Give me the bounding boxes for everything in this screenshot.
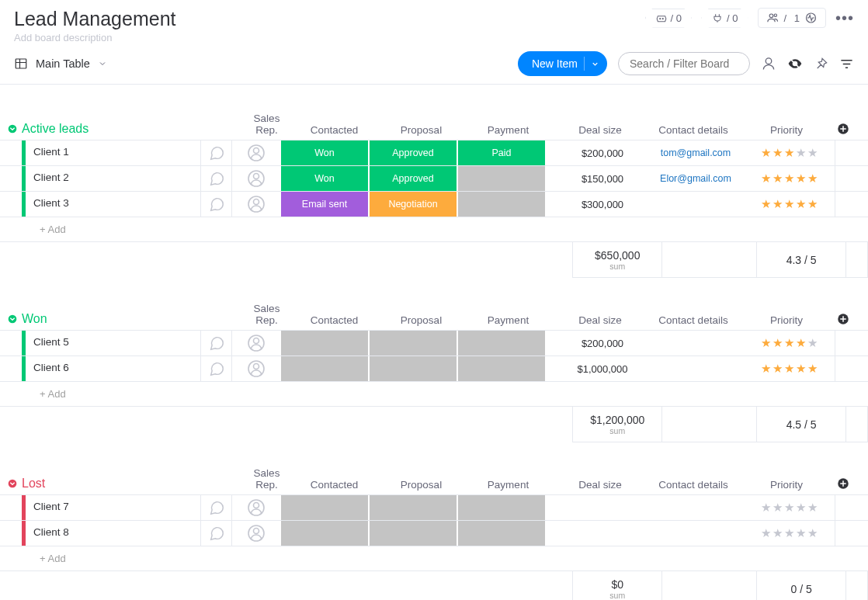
column-header-deal[interactable]: Deal size bbox=[554, 479, 646, 491]
status-proposal[interactable]: Negotiation bbox=[370, 192, 457, 217]
board-members[interactable]: / 1 bbox=[758, 8, 826, 28]
item-name[interactable]: Client 8 bbox=[26, 521, 200, 546]
column-header-contact[interactable]: Contact details bbox=[646, 314, 741, 326]
automations-badge[interactable]: / 0 bbox=[645, 9, 692, 28]
column-header-sales[interactable]: Sales Rep. bbox=[243, 467, 291, 491]
person-filter-icon[interactable] bbox=[761, 56, 776, 71]
deal-size-cell[interactable]: $200,000 bbox=[557, 140, 648, 165]
table-row[interactable]: Client 3 Email sent Negotiation $300,000… bbox=[0, 191, 868, 217]
status-contacted[interactable] bbox=[281, 495, 368, 520]
status-payment[interactable] bbox=[458, 331, 545, 355]
status-proposal[interactable]: Approved bbox=[370, 140, 457, 165]
collapse-icon[interactable] bbox=[6, 123, 19, 135]
priority-cell[interactable]: ★★★★★ bbox=[743, 495, 835, 520]
item-name[interactable]: Client 2 bbox=[26, 166, 200, 191]
add-column-button[interactable] bbox=[832, 122, 854, 136]
pin-icon[interactable] bbox=[814, 57, 828, 71]
sales-rep-cell[interactable] bbox=[231, 166, 279, 191]
deal-size-cell[interactable] bbox=[557, 495, 648, 520]
add-column-button[interactable] bbox=[832, 312, 854, 326]
new-item-button[interactable]: New Item bbox=[518, 51, 607, 76]
status-proposal[interactable] bbox=[370, 495, 457, 520]
status-proposal[interactable] bbox=[370, 331, 457, 355]
column-header-priority[interactable]: Priority bbox=[741, 479, 832, 491]
group-title[interactable]: Won bbox=[6, 312, 231, 326]
contact-cell[interactable]: tom@gmail.com bbox=[648, 140, 743, 165]
chevron-down-icon[interactable] bbox=[591, 60, 599, 68]
add-item-button[interactable]: + Add bbox=[26, 218, 80, 241]
deal-size-cell[interactable]: $150,000 bbox=[557, 166, 648, 191]
sales-rep-cell[interactable] bbox=[231, 356, 279, 381]
contact-cell[interactable] bbox=[648, 521, 743, 546]
status-payment[interactable] bbox=[458, 495, 545, 520]
chat-icon[interactable] bbox=[200, 356, 231, 381]
deal-size-cell[interactable]: $300,000 bbox=[557, 192, 648, 217]
board-description[interactable]: Add board description bbox=[14, 32, 175, 43]
contact-cell[interactable] bbox=[648, 331, 743, 355]
table-row[interactable]: Client 8 ★★★★★ bbox=[0, 520, 868, 546]
status-payment[interactable] bbox=[458, 521, 545, 546]
item-name[interactable]: Client 3 bbox=[26, 192, 200, 217]
item-name[interactable]: Client 7 bbox=[26, 495, 200, 520]
table-row[interactable]: Client 5 $200,000 ★★★★★ bbox=[0, 330, 868, 355]
status-proposal[interactable]: Approved bbox=[370, 166, 457, 191]
group-title[interactable]: Active leads bbox=[6, 122, 231, 136]
chat-icon[interactable] bbox=[200, 521, 231, 546]
priority-cell[interactable]: ★★★★★ bbox=[743, 521, 835, 546]
column-header-priority[interactable]: Priority bbox=[741, 124, 832, 136]
chevron-down-icon[interactable] bbox=[98, 59, 107, 68]
column-header-contacted[interactable]: Contacted bbox=[291, 314, 378, 326]
deal-size-cell[interactable]: $200,000 bbox=[557, 331, 648, 355]
search-input[interactable] bbox=[618, 52, 750, 75]
chat-icon[interactable] bbox=[200, 495, 231, 520]
sales-rep-cell[interactable] bbox=[231, 140, 279, 165]
item-name[interactable]: Client 1 bbox=[26, 140, 200, 165]
priority-cell[interactable]: ★★★★★ bbox=[743, 140, 835, 165]
table-row[interactable]: Client 6 $1,000,000 ★★★★★ bbox=[0, 355, 868, 381]
add-item-button[interactable]: + Add bbox=[26, 383, 80, 405]
priority-cell[interactable]: ★★★★★ bbox=[743, 192, 835, 217]
column-header-proposal[interactable]: Proposal bbox=[378, 314, 465, 326]
status-proposal[interactable] bbox=[370, 356, 457, 381]
status-contacted[interactable]: Won bbox=[281, 166, 368, 191]
chat-icon[interactable] bbox=[200, 166, 231, 191]
status-payment[interactable] bbox=[458, 166, 545, 191]
view-name[interactable]: Main Table bbox=[36, 57, 90, 70]
table-row[interactable]: Client 1 Won Approved Paid $200,000 tom@… bbox=[0, 140, 868, 165]
column-header-priority[interactable]: Priority bbox=[741, 314, 832, 326]
column-header-payment[interactable]: Payment bbox=[465, 479, 552, 491]
column-header-sales[interactable]: Sales Rep. bbox=[243, 303, 291, 326]
contact-cell[interactable] bbox=[648, 356, 743, 381]
add-item-button[interactable]: + Add bbox=[26, 547, 80, 570]
column-header-payment[interactable]: Payment bbox=[465, 314, 552, 326]
column-header-contact[interactable]: Contact details bbox=[646, 479, 741, 491]
status-payment[interactable]: Paid bbox=[458, 140, 545, 165]
column-header-deal[interactable]: Deal size bbox=[554, 314, 646, 326]
status-proposal[interactable] bbox=[370, 521, 457, 546]
group-title[interactable]: Lost bbox=[6, 477, 231, 491]
add-column-button[interactable] bbox=[832, 477, 854, 491]
status-contacted[interactable]: Won bbox=[281, 140, 368, 165]
column-header-contact[interactable]: Contact details bbox=[646, 124, 741, 136]
item-name[interactable]: Client 6 bbox=[26, 356, 200, 381]
status-payment[interactable] bbox=[458, 192, 545, 217]
status-contacted[interactable] bbox=[281, 521, 368, 546]
deal-size-cell[interactable] bbox=[557, 521, 648, 546]
collapse-icon[interactable] bbox=[6, 313, 19, 325]
collapse-icon[interactable] bbox=[6, 477, 19, 490]
sales-rep-cell[interactable] bbox=[231, 495, 279, 520]
chat-icon[interactable] bbox=[200, 140, 231, 165]
more-menu[interactable]: ••• bbox=[835, 9, 854, 27]
eye-hide-icon[interactable] bbox=[787, 56, 803, 71]
sales-rep-cell[interactable] bbox=[231, 331, 279, 355]
filter-icon[interactable] bbox=[839, 57, 854, 71]
chat-icon[interactable] bbox=[200, 192, 231, 217]
table-row[interactable]: Client 7 ★★★★★ bbox=[0, 494, 868, 520]
table-row[interactable]: Client 2 Won Approved $150,000 Elor@gmai… bbox=[0, 165, 868, 191]
chat-icon[interactable] bbox=[200, 331, 231, 355]
priority-cell[interactable]: ★★★★★ bbox=[743, 331, 835, 355]
status-payment[interactable] bbox=[458, 356, 545, 381]
contact-cell[interactable]: Elor@gmail.com bbox=[648, 166, 743, 191]
status-contacted[interactable]: Email sent bbox=[281, 192, 368, 217]
column-header-deal[interactable]: Deal size bbox=[554, 124, 646, 136]
